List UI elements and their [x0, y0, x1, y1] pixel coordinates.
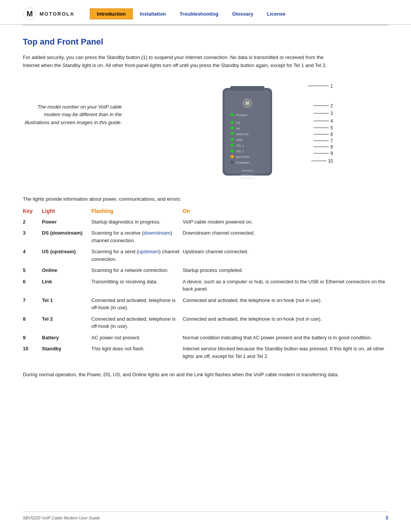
row-key: 9	[23, 332, 42, 343]
main-content: Top and Front Panel For added security, …	[0, 26, 411, 394]
svg-point-9	[231, 121, 234, 124]
callout-2: 2	[314, 103, 333, 109]
svg-point-21	[231, 155, 234, 158]
row-on: Connected and activated, the telephone i…	[183, 295, 388, 313]
intro-paragraph: For added security, you can press the St…	[23, 54, 335, 70]
row-light: Link	[42, 276, 91, 295]
row-flashing: Scanning for a network connection.	[91, 265, 183, 276]
row-flashing: AC power not present.	[91, 332, 183, 343]
table-row: 3 DS (downstream) Scanning for a receive…	[23, 227, 388, 246]
table-row: 10 Standby This light does not flash. In…	[23, 343, 388, 362]
row-key: 6	[23, 276, 42, 295]
svg-text:M: M	[27, 10, 33, 18]
row-light: Power	[42, 216, 91, 228]
table-row: 9 Battery AC power not present. Normal c…	[23, 332, 388, 343]
table-row: 6 Link Transmitting or receiving data. A…	[23, 276, 388, 295]
svg-text:SBV5220: SBV5220	[242, 169, 253, 172]
page-title: Top and Front Panel	[23, 37, 388, 47]
svg-text:Cable Modem: Cable Modem	[240, 177, 254, 179]
row-flashing: This light does not flash.	[91, 343, 183, 362]
modem-illustration: M POWER DS NA ANALOG LINK TEL 1 TEL 2	[211, 84, 287, 183]
table-row: 5 Online Scanning for a network connecti…	[23, 265, 388, 276]
col-header-key: Key	[23, 206, 42, 216]
callout-3: 3	[314, 111, 333, 116]
svg-text:TEL 1: TEL 1	[236, 144, 244, 147]
row-on: Normal condition indicating that AC powe…	[183, 332, 388, 343]
page-footer: SBV5220 VoIP Cable Modem User Guide 3	[23, 511, 388, 521]
row-light: Tel 1	[42, 295, 91, 313]
diagram-caption: The model number on your VoIP cable mode…	[23, 80, 122, 127]
svg-point-15	[231, 138, 234, 141]
row-on: A device, such as a computer or hub, is …	[183, 276, 388, 295]
callout-1: 1	[308, 83, 333, 89]
callout-9: 9	[314, 151, 333, 156]
svg-text:POWER: POWER	[236, 113, 247, 117]
callout-4: 4	[314, 118, 333, 124]
col-header-on: On	[183, 206, 388, 216]
svg-text:DS: DS	[236, 121, 240, 125]
col-header-flashing: Flashing	[91, 206, 183, 216]
callout-6: 6	[314, 132, 333, 137]
table-row: 4 US (upstream) Scanning for a send (ups…	[23, 246, 388, 265]
svg-text:BATTERY: BATTERY	[236, 155, 250, 159]
svg-point-11	[231, 126, 234, 129]
row-key: 4	[23, 246, 42, 265]
row-on: Downstream channel connected.	[183, 227, 388, 246]
table-row: 7 Tel 1 Connected and activated, telepho…	[23, 295, 388, 313]
navigation-tabs: Introduction Installation Troubleshootin…	[90, 8, 292, 19]
light-table: Key Light Flashing On 2 Power Startup di…	[23, 206, 388, 362]
callout-8: 8	[314, 144, 333, 150]
callout-7: 7	[314, 138, 333, 144]
modem-diagram: M POWER DS NA ANALOG LINK TEL 1 TEL 2	[133, 80, 388, 187]
row-key: 2	[23, 216, 42, 228]
col-header-light: Light	[42, 206, 91, 216]
page-header: M MOTOROLA Introduction Installation Tro…	[0, 0, 411, 25]
row-on: Startup process completed.	[183, 265, 388, 276]
row-flashing: Scanning for a send (upstream) channel c…	[91, 246, 183, 265]
tab-license[interactable]: License	[260, 8, 292, 19]
row-on: Upstream channel connected.	[183, 246, 388, 265]
row-light: Standby	[42, 343, 91, 362]
doc-name: SBV5220 VoIP Cable Modem User Guide	[23, 516, 100, 520]
svg-text:ANALOG: ANALOG	[236, 133, 249, 136]
footer-paragraph: During normal operation, the Power, DS, …	[23, 371, 350, 379]
table-row: 8 Tel 2 Connected and activated, telepho…	[23, 313, 388, 332]
svg-point-17	[231, 144, 234, 147]
svg-point-19	[231, 149, 234, 152]
tab-troubleshooting[interactable]: Troubleshooting	[173, 8, 225, 19]
upstream-link[interactable]: upstream	[139, 249, 159, 254]
row-flashing: Startup diagnostics in progress.	[91, 216, 183, 228]
row-on: Connected and activated, the telephone i…	[183, 313, 388, 332]
downstream-link[interactable]: downstream	[143, 230, 170, 236]
svg-point-23	[231, 161, 234, 164]
svg-text:LINK: LINK	[236, 138, 243, 142]
row-key: 7	[23, 295, 42, 313]
diagram-section: The model number on your VoIP cable mode…	[23, 80, 388, 187]
row-key: 5	[23, 265, 42, 276]
motorola-m-icon: M	[23, 7, 37, 21]
tab-installation[interactable]: Installation	[133, 8, 173, 19]
row-light: DS (downstream)	[42, 227, 91, 246]
row-flashing: Scanning for a receive (downstream) chan…	[91, 227, 183, 246]
table-intro-text: The lights provide information about pow…	[23, 196, 388, 202]
svg-text:CubePhone™: CubePhone™	[240, 174, 255, 176]
logo-area: M MOTOROLA	[23, 7, 75, 21]
row-key: 8	[23, 313, 42, 332]
svg-point-13	[231, 132, 234, 135]
row-flashing: Connected and activated, telephone is of…	[91, 313, 183, 332]
row-light: Tel 2	[42, 313, 91, 332]
tab-glossary[interactable]: Glossary	[225, 8, 260, 19]
row-on: Internet service blocked because the Sta…	[183, 343, 388, 362]
tab-introduction[interactable]: Introduction	[90, 8, 133, 19]
row-flashing: Connected and activated, telephone is of…	[91, 295, 183, 313]
row-key: 10	[23, 343, 42, 362]
svg-text:NA: NA	[236, 127, 241, 130]
page-number: 3	[386, 515, 388, 521]
callout-10: 10	[311, 158, 333, 164]
row-light: Battery	[42, 332, 91, 343]
row-light: US (upstream)	[42, 246, 91, 265]
row-on: VoIP cable modem powered on.	[183, 216, 388, 228]
motorola-logo: M MOTOROLA	[23, 7, 75, 21]
svg-text:M: M	[246, 101, 249, 105]
svg-rect-4	[230, 86, 264, 91]
